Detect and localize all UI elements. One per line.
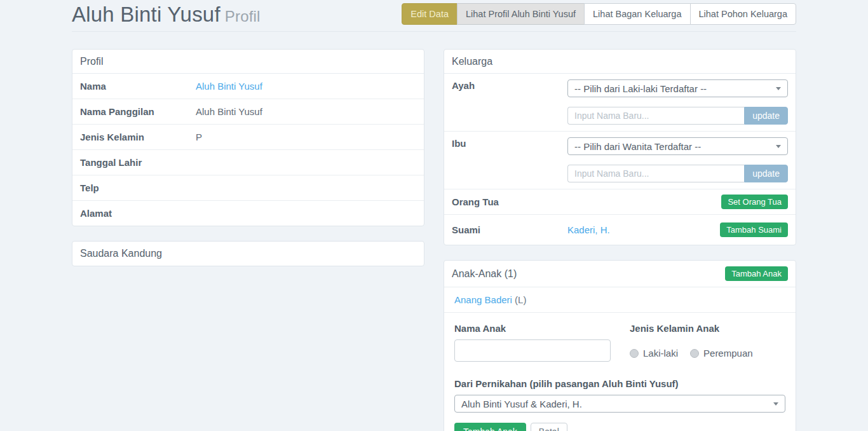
row-label: Nama Panggilan — [80, 106, 196, 118]
nama-anak-label: Nama Anak — [454, 323, 611, 334]
ayah-input-group: update — [567, 107, 788, 125]
orang-tua-label: Orang Tua — [452, 196, 567, 208]
table-row: Tanggal Lahir — [72, 150, 424, 175]
radio-laki-laki-label[interactable]: Laki-laki — [643, 348, 678, 359]
keluarga-card-header: Keluarga — [444, 50, 796, 74]
table-row: Nama Panggilan Aluh Binti Yusuf — [72, 99, 424, 125]
orang-tua-row: Orang Tua Set Orang Tua — [444, 189, 796, 215]
radio-button-icon[interactable] — [630, 349, 639, 358]
add-child-form: Nama Anak Jenis Kelamin Anak Laki-laki — [444, 313, 796, 431]
tambah-anak-header-button[interactable]: Tambah Anak — [725, 266, 788, 281]
page-container: Aluh Binti YusufProfil Edit Data Lihat P… — [72, 0, 796, 431]
chevron-down-icon — [773, 402, 778, 406]
ibu-update-button[interactable]: update — [744, 165, 788, 182]
row-label: Telp — [80, 182, 196, 194]
lihat-bagan-keluarga-button[interactable]: Lihat Bagan Keluarga — [584, 3, 690, 25]
ibu-label: Ibu — [452, 137, 567, 149]
ayah-row: Ayah -- Pilih dari Laki-laki Terdaftar -… — [444, 74, 796, 132]
tambah-suami-button[interactable]: Tambah Suami — [720, 222, 788, 237]
page-header: Aluh Binti YusufProfil Edit Data Lihat P… — [72, 0, 796, 32]
page-subtitle: Profil — [225, 8, 261, 25]
row-value: P — [196, 131, 202, 143]
row-value: Aluh Binti Yusuf — [196, 106, 262, 118]
saudara-kandung-card-title: Saudara Kandung — [72, 242, 424, 266]
anak-anak-card-title: Anak-Anak (1) — [452, 268, 517, 280]
set-orang-tua-button[interactable]: Set Orang Tua — [721, 195, 788, 209]
ibu-select-value: -- Pilih dari Wanita Terdaftar -- — [574, 141, 701, 152]
child-list-item: Anang Baderi (L) — [444, 287, 796, 313]
keluarga-card-title: Keluarga — [452, 56, 492, 67]
anak-anak-card-header: Anak-Anak (1) Tambah Anak — [444, 261, 796, 287]
nama-value-link[interactable]: Aluh Binti Yusuf — [196, 81, 262, 92]
anak-anak-card: Anak-Anak (1) Tambah Anak Anang Baderi (… — [444, 260, 796, 431]
ayah-label: Ayah — [452, 79, 567, 92]
saudara-kandung-card: Saudara Kandung — [72, 241, 424, 266]
suami-value-link[interactable]: Kaderi, H. — [567, 224, 610, 235]
header-nav-button-group: Edit Data Lihat Profil Aluh Binti Yusuf … — [402, 3, 796, 25]
row-label: Alamat — [80, 207, 196, 219]
profil-card-header: Profil — [72, 50, 424, 74]
ibu-select[interactable]: -- Pilih dari Wanita Terdaftar -- — [567, 137, 788, 155]
chevron-down-icon — [776, 87, 781, 90]
left-column: Profil Nama Aluh Binti Yusuf Nama Panggi… — [72, 49, 424, 431]
ibu-name-input[interactable] — [567, 165, 744, 182]
right-column: Keluarga Ayah -- Pilih dari Laki-laki Te… — [444, 49, 796, 431]
row-label: Tanggal Lahir — [80, 156, 196, 168]
person-name-title: Aluh Binti Yusuf — [72, 3, 220, 26]
jenis-kelamin-anak-label: Jenis Kelamin Anak — [630, 323, 753, 334]
profil-card-title: Profil — [80, 56, 103, 67]
table-row: Telp — [72, 175, 424, 201]
ayah-select-value: -- Pilih dari Laki-laki Terdaftar -- — [574, 83, 707, 94]
lihat-profil-button[interactable]: Lihat Profil Aluh Binti Yusuf — [457, 3, 585, 25]
row-label: Nama — [80, 80, 196, 92]
ibu-row: Ibu -- Pilih dari Wanita Terdaftar -- up… — [444, 132, 796, 189]
suami-label: Suami — [452, 224, 567, 236]
child-name-link[interactable]: Anang Baderi — [454, 294, 512, 305]
table-row: Alamat — [72, 201, 424, 226]
radio-laki-laki[interactable]: Laki-laki — [630, 348, 678, 359]
profil-card: Profil Nama Aluh Binti Yusuf Nama Panggi… — [72, 49, 424, 226]
ayah-update-button[interactable]: update — [744, 107, 788, 125]
chevron-down-icon — [776, 145, 781, 148]
row-label: Jenis Kelamin — [80, 131, 196, 143]
lihat-pohon-keluarga-button[interactable]: Lihat Pohon Keluarga — [690, 3, 796, 25]
radio-perempuan[interactable]: Perempuan — [690, 348, 753, 359]
table-row: Nama Aluh Binti Yusuf — [72, 74, 424, 99]
ayah-select[interactable]: -- Pilih dari Laki-laki Terdaftar -- — [567, 79, 788, 97]
suami-row: Suami Kaderi, H. Tambah Suami — [444, 215, 796, 245]
pernikahan-select[interactable]: Aluh Binti Yusuf & Kaderi, H. — [454, 395, 785, 413]
form-actions: Tambah Anak Batal — [454, 423, 785, 431]
keluarga-card: Keluarga Ayah -- Pilih dari Laki-laki Te… — [444, 49, 796, 245]
radio-perempuan-label[interactable]: Perempuan — [703, 348, 753, 359]
edit-data-button[interactable]: Edit Data — [402, 3, 458, 25]
tambah-anak-submit-button[interactable]: Tambah Anak — [454, 423, 526, 431]
child-gender-label: (L) — [515, 294, 526, 305]
main-content: Profil Nama Aluh Binti Yusuf Nama Panggi… — [72, 49, 796, 431]
pernikahan-select-value: Aluh Binti Yusuf & Kaderi, H. — [461, 399, 582, 409]
dari-pernikahan-label: Dari Pernikahan (pilih pasangan Aluh Bin… — [454, 378, 785, 389]
ibu-input-group: update — [567, 165, 788, 182]
ayah-name-input[interactable] — [567, 107, 744, 125]
nama-anak-input[interactable] — [454, 339, 611, 362]
batal-button[interactable]: Batal — [531, 423, 567, 431]
table-row: Jenis Kelamin P — [72, 125, 424, 150]
radio-button-icon[interactable] — [690, 349, 699, 358]
gender-radio-group: Laki-laki Perempuan — [630, 348, 753, 359]
